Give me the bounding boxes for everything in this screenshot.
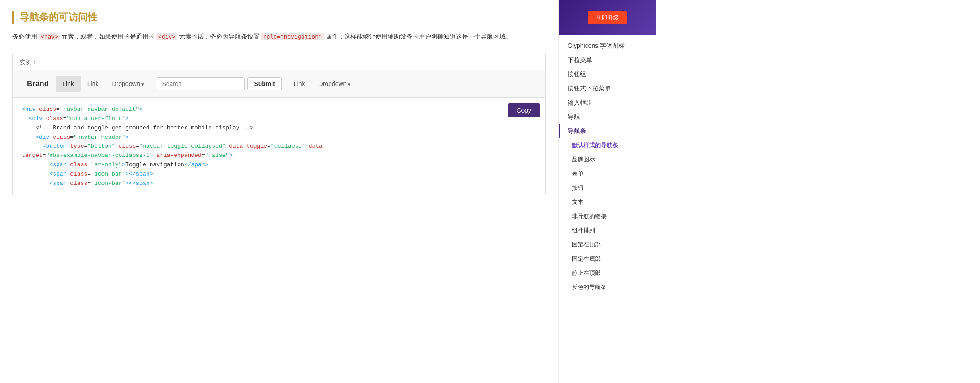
sidebar-link-component-align[interactable]: 组件排列: [559, 223, 656, 238]
sidebar-link-nav[interactable]: 导航: [559, 110, 656, 124]
sidebar-item-form: 表单: [559, 167, 656, 181]
code-section: Copy <nav class="navbar navbar-default">…: [13, 98, 545, 195]
sidebar-item-default-navbar: 默认样式的导航条: [559, 138, 656, 152]
sidebar-banner-button[interactable]: 立即升级: [588, 11, 627, 24]
example-section: 实例： Brand Link Link Dropdown Submit: [12, 53, 546, 195]
sidebar-link-inverse-navbar[interactable]: 反色的导航条: [559, 280, 656, 294]
sidebar-link-text[interactable]: 文本: [559, 195, 656, 209]
nav-item-dropdown2: Dropdown: [312, 76, 358, 92]
nav-link-link3[interactable]: Link: [287, 76, 312, 92]
sidebar-item-fixed-top: 固定在顶部: [559, 238, 656, 252]
right-sidebar: 立即升级 Glyphicons 字体图标 下拉菜单 按钮组 按钮式下拉菜单 输入…: [558, 0, 656, 383]
description: 务必使用 <nav> 元素，或者，如果使用的是通用的 <div> 元素的话，务必…: [12, 31, 546, 42]
nav-item-link1: Link: [56, 76, 81, 92]
code-block: <nav class="navbar navbar-default"> <div…: [13, 98, 545, 195]
sidebar-item-brand-icon: 品牌图标: [559, 152, 656, 167]
navbar-search-form: Submit: [156, 77, 281, 90]
sidebar-link-button[interactable]: 按钮: [559, 181, 656, 195]
nav-item-dropdown1: Dropdown: [105, 76, 151, 92]
sidebar-link-form[interactable]: 表单: [559, 167, 656, 181]
nav-link-link2[interactable]: Link: [81, 76, 105, 92]
nav-link-dropdown2[interactable]: Dropdown: [312, 76, 358, 92]
sidebar-link-glyphicons[interactable]: Glyphicons 字体图标: [559, 39, 656, 53]
sidebar-item-input-group: 输入框组: [559, 96, 656, 110]
sidebar-item-text: 文本: [559, 195, 656, 209]
submit-button[interactable]: Submit: [247, 77, 281, 90]
sidebar-item-inverse-navbar: 反色的导航条: [559, 280, 656, 294]
nav-link-dropdown1[interactable]: Dropdown: [105, 76, 151, 92]
sidebar-link-default-navbar[interactable]: 默认样式的导航条: [559, 138, 656, 152]
sidebar-link-fixed-bottom[interactable]: 固定在底部: [559, 252, 656, 266]
sidebar-item-dropdown-menu: 下拉菜单: [559, 53, 656, 67]
page-title: 导航条的可访问性: [12, 11, 546, 24]
sidebar-link-navbar[interactable]: 导航条: [559, 124, 656, 138]
sidebar-item-fixed-bottom: 固定在底部: [559, 252, 656, 266]
sidebar-link-dropdown-menu[interactable]: 下拉菜单: [559, 53, 656, 67]
navbar-demo: Brand Link Link Dropdown Submit Link: [13, 70, 545, 98]
sidebar-link-button-dropdown[interactable]: 按钮式下拉菜单: [559, 82, 656, 96]
sidebar-item-nav: 导航: [559, 110, 656, 124]
desc-text-1: 务必使用: [12, 33, 37, 40]
navbar-brand[interactable]: Brand: [20, 76, 56, 92]
sidebar-link-static-top[interactable]: 静止在顶部: [559, 266, 656, 280]
sidebar-item-button-dropdown: 按钮式下拉菜单: [559, 82, 656, 96]
sidebar-item-button: 按钮: [559, 181, 656, 195]
desc-text-2: 元素，或者，如果使用的是通用的: [62, 33, 156, 40]
attr-role: role="navigation": [261, 33, 324, 40]
search-input[interactable]: [156, 77, 245, 90]
sidebar-item-navbar: 导航条: [559, 124, 656, 138]
desc-text-3: 元素的话，务必为导航条设置: [179, 33, 261, 40]
example-label: 实例：: [13, 53, 545, 70]
sidebar-link-fixed-top[interactable]: 固定在顶部: [559, 238, 656, 252]
sidebar-item-glyphicons: Glyphicons 字体图标: [559, 39, 656, 53]
tag-nav: <nav>: [39, 33, 60, 40]
navbar-nav-left: Link Link Dropdown: [56, 76, 151, 92]
sidebar-link-input-group[interactable]: 输入框组: [559, 96, 656, 110]
copy-button[interactable]: Copy: [508, 103, 540, 117]
sidebar-banner: 立即升级: [559, 0, 656, 35]
sidebar-item-button-group: 按钮组: [559, 67, 656, 82]
sidebar-item-non-nav-link: 非导航的链接: [559, 209, 656, 223]
sidebar-nav: Glyphicons 字体图标 下拉菜单 按钮组 按钮式下拉菜单 输入框组 导航…: [559, 35, 656, 298]
sidebar-item-static-top: 静止在顶部: [559, 266, 656, 280]
nav-item-link2: Link: [81, 76, 105, 92]
tag-div: <div>: [156, 33, 177, 40]
navbar-nav-right: Link Dropdown: [287, 76, 358, 92]
sidebar-item-component-align: 组件排列: [559, 223, 656, 238]
sidebar-link-brand-icon[interactable]: 品牌图标: [559, 152, 656, 167]
desc-text-4: 属性，这样能够让使用辅助设备的用户明确知道这是一个导航区域。: [326, 33, 512, 40]
nav-link-link1[interactable]: Link: [56, 76, 81, 92]
nav-item-link3: Link: [287, 76, 312, 92]
sidebar-link-button-group[interactable]: 按钮组: [559, 67, 656, 82]
sidebar-link-non-nav-link[interactable]: 非导航的链接: [559, 209, 656, 223]
main-content: 导航条的可访问性 务必使用 <nav> 元素，或者，如果使用的是通用的 <div…: [0, 0, 558, 383]
